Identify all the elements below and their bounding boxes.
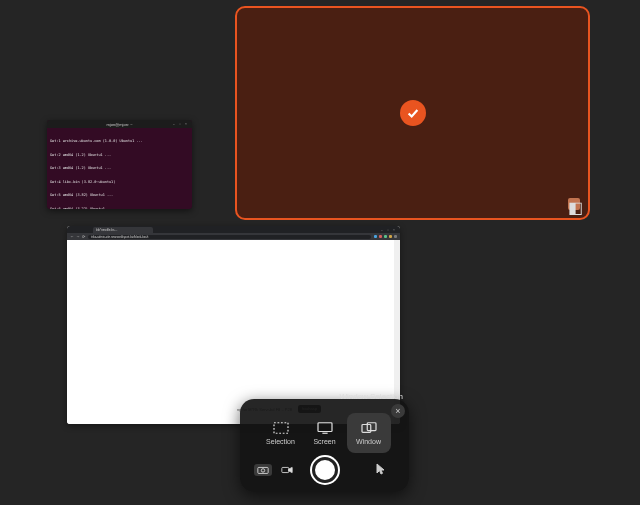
selected-window[interactable]: ◧ (235, 6, 590, 220)
minimize-button[interactable]: – (173, 122, 177, 126)
screen-icon (316, 421, 334, 435)
camera-icon (257, 465, 269, 475)
maximize-button[interactable]: □ (387, 228, 391, 232)
reload-button[interactable]: ⟳ (82, 234, 85, 239)
terminal-line: Get:4 libc-bin (3.82-0~ubuntu1) (50, 180, 189, 185)
nav-controls: ← → ⟳ (70, 234, 85, 239)
cursor-icon (375, 463, 387, 475)
mode-screen[interactable]: Screen (303, 413, 347, 453)
app-icon: ◧ (568, 198, 580, 210)
terminal-line: Get:5 amd64 (3.82) Ubuntu1 ... (50, 193, 189, 198)
extension-icons (374, 235, 398, 239)
selection-check-icon (400, 100, 426, 126)
extension-icon[interactable] (384, 235, 388, 239)
mode-selection[interactable]: Selection (259, 413, 303, 453)
terminal-line: Get:1 archive.ubuntu.com (1.0-0) Ubuntu1… (50, 139, 189, 144)
terminal-line: Get:2 amd64 (1.2) Ubuntu1 ... (50, 153, 189, 158)
back-button[interactable]: ← (70, 234, 74, 239)
workspace: mjon@mjon: ~ – □ × Get:1 archive.ubuntu.… (0, 0, 640, 505)
capture-button[interactable] (312, 457, 338, 483)
capture-type-toggles (254, 464, 296, 476)
browser-toolbar: ← → ⟳ trika-admin-site.nearworldsport.bi… (67, 233, 400, 240)
maximize-button[interactable]: □ (179, 122, 183, 126)
mode-label: Window (356, 438, 381, 445)
video-mode-button[interactable] (278, 464, 296, 476)
address-bar[interactable]: trika-admin-site.nearworldsport.biz/blan… (88, 235, 371, 239)
mode-label: Selection (266, 438, 295, 445)
photo-mode-button[interactable] (254, 464, 272, 476)
action-row (240, 457, 409, 483)
browser-tabbar[interactable]: bib*newfile.bs… – □ × (67, 226, 400, 233)
extension-icon[interactable] (394, 235, 398, 239)
window-icon (360, 421, 378, 435)
terminal-window-controls: – □ × (173, 122, 189, 126)
extension-icon[interactable] (379, 235, 383, 239)
forward-button[interactable]: → (76, 234, 80, 239)
video-icon (281, 465, 293, 475)
browser-window-controls: – □ × (381, 228, 397, 232)
mode-label: Screen (313, 438, 335, 445)
show-pointer-toggle[interactable] (375, 461, 387, 479)
terminal-body[interactable]: Get:1 archive.ubuntu.com (1.0-0) Ubuntu1… (47, 128, 192, 209)
close-button[interactable]: × (393, 228, 397, 232)
terminal-line: Get:3 amd64 (1.2) Ubuntu1 ... (50, 166, 189, 171)
svg-rect-1 (318, 423, 332, 432)
close-button[interactable]: × (185, 122, 189, 126)
terminal-titlebar[interactable]: mjon@mjon: ~ – □ × (47, 120, 192, 128)
screenshot-header: Window Selection (339, 392, 403, 401)
minimize-button[interactable]: – (381, 228, 385, 232)
mode-row: Selection Screen Window (240, 413, 409, 453)
browser-tab[interactable]: bib*newfile.bs… (93, 227, 153, 233)
extension-icon[interactable] (389, 235, 393, 239)
terminal-line: Get:6 amd64 (3.22) Ubuntu1 ... (50, 207, 189, 210)
terminal-title: mjon@mjon: ~ (107, 122, 133, 127)
svg-rect-0 (274, 423, 288, 434)
selection-icon (272, 421, 290, 435)
terminal-window[interactable]: mjon@mjon: ~ – □ × Get:1 archive.ubuntu.… (47, 120, 192, 209)
extension-icon[interactable] (374, 235, 378, 239)
svg-marker-8 (289, 467, 292, 472)
svg-marker-9 (377, 464, 384, 474)
screenshot-panel: Window Selection × Selection Screen Wind… (240, 399, 409, 492)
svg-point-6 (261, 469, 264, 472)
mode-window[interactable]: Window (347, 413, 391, 453)
svg-rect-7 (282, 467, 289, 472)
